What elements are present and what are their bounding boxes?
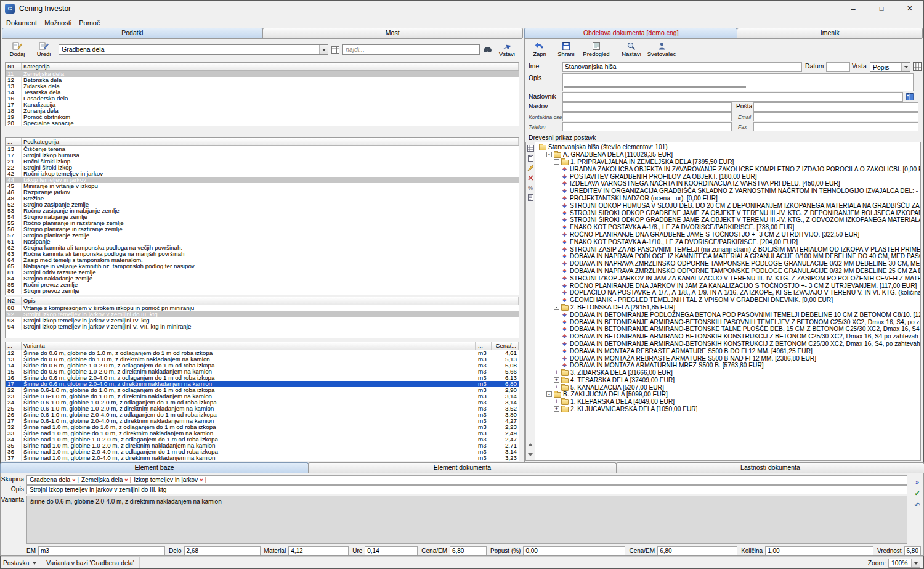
stat-value[interactable]: 6,80 xyxy=(450,546,487,555)
scroll-down-icon[interactable] xyxy=(527,451,534,458)
tree-item[interactable]: ENAKO KOT POSTAVKA A-1/10., LE ZA DVORIŠ… xyxy=(535,238,920,245)
tree-item[interactable]: DOBAVA IN NAPRAVA ZMRZLINSKO ODPORNE TAM… xyxy=(535,268,920,275)
table-row[interactable]: 19Pomoč obrtnikom xyxy=(6,114,519,120)
tree-item[interactable]: URADNA ZAKOLIČBA OBJEKTA IN ZAVAROVANJE … xyxy=(535,165,920,173)
table-row[interactable]: 34Širine nad 1.0 m, globine 1.0-2.0 m, z… xyxy=(6,436,519,443)
collapse-icon[interactable]: - xyxy=(554,305,559,310)
zoom-select[interactable]: 100% xyxy=(888,559,920,568)
table-row[interactable]: 11Zemeljska dela xyxy=(6,71,519,77)
tab-imenik[interactable]: Imenik xyxy=(737,28,923,38)
edit-button[interactable]: Uredi xyxy=(32,39,55,59)
table-row[interactable]: 22Širine 0.6-1.0 m, globine do 1.0 m, z … xyxy=(6,387,519,393)
table-row[interactable]: 42Ročni izkop temeljev in jarkov xyxy=(6,171,519,177)
column-header[interactable]: ... xyxy=(6,138,22,145)
table-row[interactable]: 57Strojno planiranje zemlje xyxy=(6,232,519,239)
table-row[interactable]: 45Miniranje in vrtanje v izkopu xyxy=(6,183,519,189)
table-row[interactable]: 35Širine nad 1.0 m, globine 1.0-2.0 m, z… xyxy=(6,443,519,449)
table-row[interactable]: 94Strojni izkop temeljev in jarkov v zem… xyxy=(6,324,519,330)
column-header[interactable]: N2 xyxy=(6,297,22,305)
insert-button[interactable]: Vstavi xyxy=(495,39,519,59)
tree-item[interactable]: ENAKO KOT POSTAVKA A-1/8., LE ZA DVORIŠČ… xyxy=(535,224,920,231)
table-row[interactable]: 64Zasip med temelji s tamponskim materia… xyxy=(6,257,519,263)
tree-item[interactable]: DOBAVA IN BETONIRANJE ARMIRANO-BETONSKE … xyxy=(535,325,920,333)
percent-icon[interactable]: % xyxy=(527,184,534,191)
email-field[interactable] xyxy=(753,112,918,121)
minimize-button[interactable] xyxy=(839,0,867,17)
table-row[interactable]: 54Strojno nabijanje zemlje xyxy=(6,214,519,220)
close-document-button[interactable]: Zapri xyxy=(528,39,551,59)
table-row[interactable]: 33Širine nad 1.0 m, globine do 1.0 m, z … xyxy=(6,430,519,436)
table-row[interactable]: 52Strojno zasipanje zemlje xyxy=(6,202,519,208)
tab-podatki[interactable]: Podatki xyxy=(2,28,263,38)
collapse-icon[interactable]: - xyxy=(554,159,559,165)
column-header[interactable]: Varianta xyxy=(22,342,476,350)
table-row[interactable]: 17Širine do 0.6 m, globine 2.0-4.0 m, z … xyxy=(6,381,519,387)
table-row[interactable]: 21Ročni široki izkop xyxy=(6,158,519,165)
tree-item[interactable]: -2. BETONSKA DELA [29151,85 EUR] xyxy=(535,304,920,311)
table-row[interactable]: 16Širine do 0.6 m, globine 2.0-4.0 m, z … xyxy=(6,375,519,381)
group-select[interactable]: Gradbena dela xyxy=(59,44,328,55)
search-input[interactable] xyxy=(342,44,480,55)
table-row[interactable]: 17Kanalizacija xyxy=(6,102,519,108)
close-button[interactable] xyxy=(896,0,924,17)
remove-icon[interactable] xyxy=(72,477,75,483)
tree-item[interactable]: DOBAVA IN BETONIRANJE ARMIRANO-BETONSKIH… xyxy=(535,318,920,325)
tree-item[interactable]: DOBAVA IN MONTAŽA ARMATURNIH MREŽ S500 B… xyxy=(535,362,920,369)
addressee-field[interactable] xyxy=(562,92,903,102)
stat-value[interactable]: 1,00 xyxy=(765,546,873,555)
table-row[interactable]: 53Ročno zasipanje in nabijanje zemlje xyxy=(6,208,519,214)
table-icon[interactable] xyxy=(527,145,534,152)
scroll-up-icon[interactable] xyxy=(527,441,534,448)
column-header[interactable]: Opis xyxy=(22,297,519,305)
tree-item[interactable]: -A. GRADBENA DELA [110829,35 EUR] xyxy=(535,151,920,158)
type-select[interactable]: Popis xyxy=(870,62,910,72)
description-field[interactable] xyxy=(562,73,914,91)
table-row[interactable]: 86Strojni prevoz zemlje xyxy=(6,288,519,294)
address-field[interactable] xyxy=(562,102,732,112)
column-header[interactable]: Podkategorija xyxy=(22,138,519,145)
table-row[interactable]: 14Tesarska dela xyxy=(6,89,519,96)
table-row[interactable]: 18Zunanja dela xyxy=(6,108,519,114)
tree-item[interactable]: DOBAVA IN BETONIRANJE ARMIRANO-BETONSKIH… xyxy=(535,340,920,348)
transfer-button[interactable] xyxy=(912,477,922,486)
tree-item[interactable]: DOBAVA IN MONTAŽA REBRASTE ARMATURE S500… xyxy=(535,354,920,362)
stat-value[interactable]: 2,68 xyxy=(184,546,261,555)
preview-button[interactable]: Predogled xyxy=(581,39,612,59)
pencil-icon[interactable] xyxy=(527,165,534,171)
tree-item[interactable]: STROJNI ŠIROKI ODKOP GRADBENE JAME ZA OB… xyxy=(535,209,920,216)
collapse-icon[interactable]: - xyxy=(546,152,552,157)
collapse-icon[interactable]: - xyxy=(546,391,552,397)
post-field[interactable] xyxy=(753,102,918,112)
advisor-button[interactable]: Svetovalec xyxy=(646,39,677,59)
tree-item[interactable]: ROČNO PLANIRANJE DNA GRADBENE JAME S TOČ… xyxy=(535,231,920,239)
expand-icon[interactable]: + xyxy=(554,406,559,412)
tree-item[interactable]: GEOMEHANIK - PREGLED TEMELJNIH TAL Z VPI… xyxy=(535,297,920,304)
date-field[interactable] xyxy=(826,62,850,72)
column-header[interactable]: ... xyxy=(6,342,22,350)
menu-item[interactable]: Možnosti xyxy=(41,19,75,27)
tree-item[interactable]: +4. TESARSKA DELA [37409,00 EUR] xyxy=(535,377,920,384)
phone-field[interactable] xyxy=(562,122,732,131)
undo-button[interactable] xyxy=(912,501,922,510)
column-header[interactable]: ... xyxy=(476,342,492,350)
table-row[interactable]: 84Strojno nakladanje zemlje xyxy=(6,276,519,282)
tab-lastnosti-dokumenta[interactable]: Lastnosti dokumenta xyxy=(616,462,924,473)
maximize-button[interactable] xyxy=(867,0,896,17)
tree-item[interactable]: DOPLAČILO NA POSTAVKE A-1/7., A-1/8., A-… xyxy=(535,289,920,297)
expand-icon[interactable]: + xyxy=(554,399,559,404)
tree-item[interactable]: ROČNO PLANIRANJE DNA JARKOV IN JAM ZA KA… xyxy=(535,282,920,289)
table-row[interactable]: 65Nabijanje in valjanje kamnitih oz. tam… xyxy=(6,263,519,269)
table-row[interactable]: 32Širine nad 1.0 m, globine do 1.0 m, z … xyxy=(6,424,519,430)
fax-field[interactable] xyxy=(753,122,918,131)
tab-most[interactable]: Most xyxy=(262,28,524,38)
table-row[interactable]: 56Strojno planiranje in raztiranje zemlj… xyxy=(6,226,519,232)
scrollbar[interactable] xyxy=(564,86,746,88)
table-row[interactable]: 13Širine do 0.6 m, globine do 1.0 m, z d… xyxy=(6,356,519,362)
table-row[interactable]: 23Širine 0.6-1.0 m, globine do 1.0 m, z … xyxy=(6,393,519,399)
table-row[interactable]: 15Širine do 0.6 m, globine 1.0-2.0 m, z … xyxy=(6,369,519,375)
tree-item[interactable]: -B. ZAKLJUČNA DELA [5099,00 EUR] xyxy=(535,391,920,398)
stat-value[interactable]: 0,14 xyxy=(365,546,418,555)
stat-value[interactable]: 4,12 xyxy=(288,546,349,555)
expand-icon[interactable]: + xyxy=(554,370,559,375)
table-row[interactable]: 12Širine do 0.6 m, globine do 1.0 m, z o… xyxy=(6,350,519,356)
